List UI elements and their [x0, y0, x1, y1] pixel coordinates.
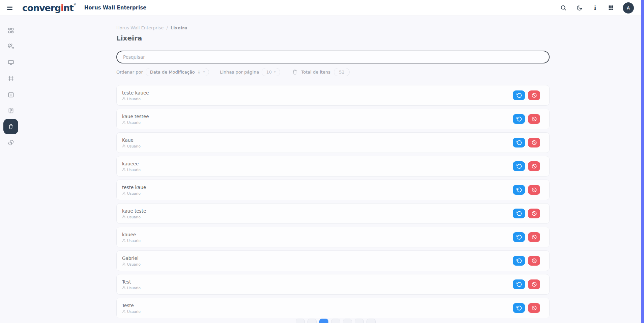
convergint-logo: convergint® — [22, 3, 76, 12]
rows-per-page-label: Linhas por página — [220, 70, 259, 75]
apps-grid-icon[interactable] — [607, 4, 615, 12]
users-icon — [122, 215, 126, 219]
delete-forever-button[interactable] — [528, 303, 540, 313]
rows-per-page-value: 10 — [266, 70, 272, 75]
sidebar-item-links[interactable] — [3, 135, 18, 151]
item-type: Usuario — [122, 239, 141, 243]
sidebar-item-templates[interactable] — [3, 71, 18, 86]
sort-dropdown[interactable]: Data de Modificação ↓ ▾ — [146, 68, 209, 76]
block-icon — [531, 140, 537, 145]
journal-icon — [7, 107, 14, 114]
pagination-button[interactable] — [308, 319, 317, 323]
users-icon — [122, 239, 126, 242]
sidebar-item-broadcast[interactable] — [3, 39, 18, 54]
item-info: Kaue Usuario — [122, 137, 141, 148]
item-actions — [513, 279, 540, 289]
pagination-button[interactable] — [296, 319, 305, 323]
sidebar — [0, 16, 22, 151]
block-icon — [531, 305, 537, 311]
delete-forever-button[interactable] — [528, 185, 540, 195]
item-actions — [513, 303, 540, 313]
breadcrumb-separator: / — [166, 25, 168, 30]
item-info: kaue teste Usuario — [122, 208, 146, 219]
item-info: Teste Usuario — [122, 303, 141, 314]
item-type: Usuario — [122, 262, 141, 266]
item-type-label: Usuario — [127, 262, 141, 266]
logo-text-end: nt — [63, 3, 74, 13]
restore-button[interactable] — [513, 114, 525, 124]
rows-per-page-dropdown[interactable]: 10 ▾ — [262, 68, 280, 76]
block-icon — [531, 187, 537, 193]
delete-forever-button[interactable] — [528, 138, 540, 147]
page-title: Lixeira — [116, 34, 550, 42]
users-icon — [122, 286, 126, 290]
delete-forever-button[interactable] — [528, 232, 540, 242]
breadcrumb-root[interactable]: Horus Wall Enterprise — [116, 25, 164, 30]
restore-icon — [516, 211, 522, 216]
pagination-button[interactable] — [331, 319, 340, 323]
item-actions — [513, 90, 540, 100]
restore-button[interactable] — [513, 256, 525, 266]
pagination-button[interactable] — [319, 319, 328, 323]
dark-mode-moon-icon[interactable] — [575, 4, 583, 12]
logo-trademark: ® — [74, 3, 76, 6]
app-title: Horus Wall Enterprise — [84, 5, 147, 11]
pagination-button[interactable] — [343, 319, 352, 323]
menu-icon[interactable] — [5, 3, 15, 13]
display-icon — [7, 59, 14, 66]
item-type-label: Usuario — [127, 97, 141, 101]
delete-forever-button[interactable] — [528, 256, 540, 266]
pagination-button[interactable] — [355, 319, 364, 323]
total-items-label: Total de itens — [301, 70, 331, 75]
item-name: teste kauee — [122, 90, 149, 96]
logo-red-i: i — [61, 3, 63, 13]
users-icon — [122, 262, 126, 266]
delete-forever-button[interactable] — [528, 114, 540, 124]
restore-button[interactable] — [513, 209, 525, 218]
sidebar-item-dashboard[interactable] — [3, 23, 18, 38]
restore-icon — [516, 163, 522, 169]
info-icon[interactable]: i — [591, 4, 599, 12]
restore-button[interactable] — [513, 161, 525, 171]
item-info: Test Usuario — [122, 279, 141, 290]
users-icon — [122, 120, 126, 124]
users-icon — [122, 191, 126, 195]
users-icon — [122, 309, 126, 313]
search-icon[interactable] — [559, 4, 567, 12]
restore-button[interactable] — [513, 303, 525, 313]
delete-forever-button[interactable] — [528, 209, 540, 218]
users-icon — [122, 168, 126, 171]
pagination-button[interactable] — [367, 319, 376, 323]
item-name: teste kaue — [122, 185, 146, 190]
block-icon — [531, 211, 537, 216]
sidebar-item-news[interactable] — [3, 103, 18, 118]
restore-button[interactable] — [513, 185, 525, 195]
restore-button[interactable] — [513, 90, 525, 100]
header-right: i A — [559, 2, 639, 14]
delete-forever-button[interactable] — [528, 279, 540, 289]
sidebar-item-displays[interactable] — [3, 55, 18, 70]
sidebar-item-trash[interactable] — [3, 119, 18, 134]
sidebar-item-schedule[interactable] — [3, 87, 18, 102]
item-actions — [513, 209, 540, 218]
trash-count-icon — [292, 69, 298, 75]
restore-button[interactable] — [513, 279, 525, 289]
block-icon — [531, 281, 537, 287]
block-icon — [531, 234, 537, 240]
item-type: Usuario — [122, 191, 146, 195]
restore-button[interactable] — [513, 138, 525, 147]
item-info: teste kaue Usuario — [122, 185, 146, 195]
item-name: Test — [122, 279, 141, 285]
delete-forever-button[interactable] — [528, 161, 540, 171]
item-name: kaueee — [122, 161, 141, 166]
item-name: Teste — [122, 303, 141, 308]
search-input[interactable] — [116, 51, 550, 63]
item-info: teste kauee Usuario — [122, 90, 149, 101]
scrollbar-thumb[interactable] — [641, 0, 644, 323]
delete-forever-button[interactable] — [528, 90, 540, 100]
item-type-label: Usuario — [127, 215, 141, 219]
restore-icon — [516, 305, 522, 311]
item-type-label: Usuario — [127, 120, 141, 125]
avatar[interactable]: A — [623, 2, 634, 14]
restore-button[interactable] — [513, 232, 525, 242]
